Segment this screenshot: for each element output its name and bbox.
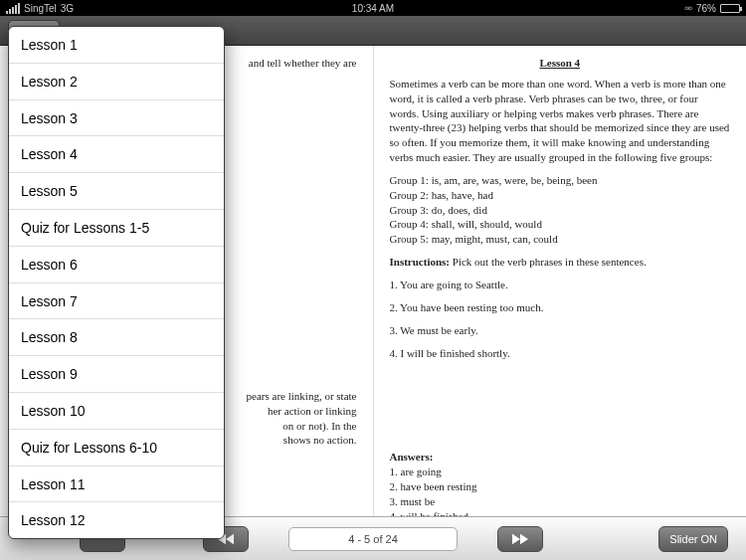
list-item[interactable]: Lesson 5 bbox=[9, 173, 224, 210]
list-item[interactable]: Lesson 8 bbox=[9, 319, 224, 356]
network-label: 3G bbox=[61, 3, 74, 14]
page-right[interactable]: Lesson 4 Sometimes a verb can be more th… bbox=[374, 46, 747, 516]
lesson-title: Lesson 4 bbox=[390, 56, 731, 71]
chapters-popover: Lesson 1 Lesson 2 Lesson 3 Lesson 4 Less… bbox=[8, 26, 225, 539]
list-item[interactable]: Lesson 11 bbox=[9, 467, 224, 503]
forward-icon bbox=[512, 533, 528, 545]
question-3: 3. We must be early. bbox=[390, 323, 731, 338]
list-item[interactable]: Lesson 4 bbox=[9, 136, 224, 173]
question-1: 1. You are going to Seattle. bbox=[390, 278, 731, 292]
list-item[interactable]: Lesson 9 bbox=[9, 356, 224, 393]
intro-text: Sometimes a verb can be more than one wo… bbox=[390, 77, 731, 165]
instructions: Instructions: Pick out the verb phrases … bbox=[390, 255, 731, 270]
next-page-button[interactable] bbox=[497, 526, 543, 552]
list-item[interactable]: Quiz for Lessons 6-10 bbox=[9, 430, 224, 467]
chapters-list[interactable]: Lesson 1 Lesson 2 Lesson 3 Lesson 4 Less… bbox=[9, 27, 224, 538]
group-4: Group 4: shall, will, should, would bbox=[390, 217, 731, 232]
answer-3: 3. must be bbox=[390, 494, 731, 509]
page-indicator: 4 - 5 of 24 bbox=[288, 527, 458, 551]
group-1: Group 1: is, am, are, was, were, be, bei… bbox=[390, 173, 731, 188]
slider-toggle-button[interactable]: Slider ON bbox=[658, 526, 728, 552]
question-2: 2. You have been resting too much. bbox=[390, 300, 731, 315]
battery-icon bbox=[720, 4, 740, 13]
answer-1: 1. are going bbox=[390, 465, 731, 479]
status-right: ⚮ 76% bbox=[684, 3, 740, 14]
instructions-label: Instructions: bbox=[390, 256, 451, 268]
list-item[interactable]: Lesson 6 bbox=[9, 247, 224, 283]
list-item[interactable]: Lesson 1 bbox=[9, 27, 224, 64]
clock: 10:34 AM bbox=[352, 3, 394, 14]
list-item[interactable]: Lesson 10 bbox=[9, 393, 224, 430]
answers-label: Answers: bbox=[390, 450, 731, 465]
group-3: Group 3: do, does, did bbox=[390, 203, 731, 218]
list-item[interactable]: Quiz for Lessons 1-5 bbox=[9, 210, 224, 247]
list-item[interactable]: Lesson 3 bbox=[9, 100, 224, 137]
list-item[interactable]: Lesson 7 bbox=[9, 283, 224, 320]
group-5: Group 5: may, might, must, can, could bbox=[390, 232, 731, 247]
battery-pct: 76% bbox=[696, 3, 716, 14]
instructions-text: Pick out the verb phrases in these sente… bbox=[450, 256, 647, 268]
group-2: Group 2: has, have, had bbox=[390, 188, 731, 203]
list-item[interactable]: Lesson 12 bbox=[9, 502, 224, 538]
carrier-label: SingTel bbox=[24, 3, 57, 14]
status-left: SingTel 3G bbox=[6, 3, 74, 14]
bluetooth-icon: ⚮ bbox=[684, 3, 692, 14]
list-item[interactable]: Lesson 2 bbox=[9, 64, 224, 100]
question-4: 4. I will be finished shortly. bbox=[390, 346, 731, 361]
answer-2: 2. have been resting bbox=[390, 479, 731, 494]
status-bar: SingTel 3G 10:34 AM ⚮ 76% bbox=[0, 0, 746, 16]
signal-icon bbox=[6, 3, 20, 14]
